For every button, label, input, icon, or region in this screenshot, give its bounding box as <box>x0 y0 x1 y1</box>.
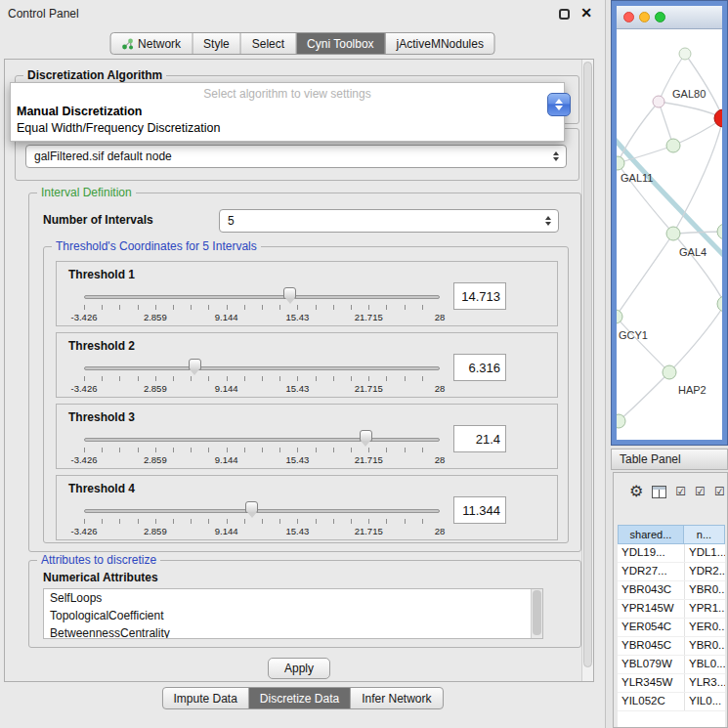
select-columns-icon[interactable]: ☑ <box>675 486 686 497</box>
slider-track[interactable] <box>84 295 440 299</box>
tick-label: 2.859 <box>144 312 167 322</box>
table-row[interactable]: YDR27...YDR2... <box>618 563 725 581</box>
scrollbar-thumb[interactable] <box>533 590 541 635</box>
table-data-combobox[interactable]: galFiltered.sif default node <box>25 145 567 168</box>
column-header[interactable]: n... <box>684 525 725 544</box>
tick-label: 28 <box>435 312 446 322</box>
threshold-1-slider[interactable]: -3.4262.8599.14415.4321.71528 <box>84 285 440 324</box>
tick-label: 9.144 <box>215 312 238 322</box>
tick-label: -3.426 <box>71 383 98 394</box>
tab-cyni-toolbox[interactable]: Cyni Toolbox <box>296 33 385 54</box>
apply-button[interactable]: Apply <box>268 658 330 679</box>
minimize-traffic-light-icon[interactable] <box>639 12 650 22</box>
table-cell: YLR345W <box>618 674 684 692</box>
combobox-arrows-icon <box>553 151 559 161</box>
table-options-icon[interactable]: ☑ <box>714 486 725 497</box>
threshold-3-value-input[interactable] <box>453 425 506 452</box>
network-node[interactable] <box>617 310 622 323</box>
list-scrollbar[interactable] <box>531 589 542 638</box>
tab-jactivemnodules[interactable]: jActiveMNodules <box>386 33 494 54</box>
network-view-window: GAL80GAL11GAL4GCY1HAP2 <box>611 0 728 446</box>
numerical-attributes-label: Numerical Attributes <box>43 571 158 584</box>
table-row[interactable]: YER054CYER0... <box>618 619 725 637</box>
slider-scale: -3.4262.8599.14415.4321.71528 <box>84 312 440 323</box>
network-node[interactable] <box>714 109 722 127</box>
slider-track[interactable] <box>84 366 440 370</box>
tick-label: 21.715 <box>355 383 383 394</box>
network-node[interactable] <box>663 365 676 379</box>
network-node[interactable] <box>717 224 722 239</box>
attribute-list-item[interactable]: TopologicalCoefficient <box>44 607 542 624</box>
columns-icon[interactable] <box>652 486 666 498</box>
numerical-attributes-list[interactable]: SelfLoopsTopologicalCoefficientBetweenne… <box>43 588 543 639</box>
network-node[interactable] <box>717 296 722 312</box>
algorithm-placeholder: Select algorithm to view settings <box>11 83 564 104</box>
thresholds-group: Threshold's Coordinates for 5 Intervals … <box>43 246 569 543</box>
close-traffic-light-icon[interactable] <box>623 12 634 22</box>
float-window-icon[interactable] <box>559 9 570 20</box>
dropdown-option-equal-width-frequency[interactable]: Equal Width/Frequency Discretization <box>11 120 564 137</box>
zoom-traffic-light-icon[interactable] <box>655 12 665 22</box>
table-cell: YER054C <box>618 619 684 636</box>
tab-label: Impute Data <box>173 692 236 706</box>
threshold-4-slider[interactable]: -3.4262.8599.14415.4321.71528 <box>84 499 440 538</box>
table-cell: YBR0... <box>684 581 725 599</box>
network-canvas[interactable]: GAL80GAL11GAL4GCY1HAP2 <box>617 29 722 440</box>
tab-label: Style <box>203 37 230 51</box>
slider-thumb[interactable] <box>189 359 201 370</box>
attribute-list-item[interactable]: BetweennessCentrality <box>44 624 542 639</box>
threshold-2-box: Threshold 2 -3.4262.8599.14415.4321.7152… <box>56 332 558 398</box>
table-cell: YBL0... <box>684 656 725 673</box>
close-icon[interactable]: ✕ <box>580 5 592 21</box>
select-rows-icon[interactable]: ☑ <box>695 486 706 497</box>
table-row[interactable]: YLR345WYLR3... <box>618 674 725 693</box>
table-row[interactable]: YIL052CYIL0... <box>618 693 725 711</box>
table-row[interactable]: YPR145WYPR1... <box>618 600 725 619</box>
scrollbar-thumb[interactable] <box>583 62 592 667</box>
network-svg: GAL80GAL11GAL4GCY1HAP2 <box>617 29 722 440</box>
cyni-panel-body: Discretization Algorithm Table Data galF… <box>4 59 594 682</box>
threshold-3-slider[interactable]: -3.4262.8599.14415.4321.71528 <box>84 428 440 467</box>
tick-label: -3.426 <box>71 454 98 465</box>
threshold-4-value-input[interactable] <box>453 496 506 524</box>
slider-thumb[interactable] <box>245 501 258 513</box>
slider-thumb[interactable] <box>360 430 372 442</box>
table-row[interactable]: YBR045CYBR0... <box>618 637 725 656</box>
attribute-list-item[interactable]: SelfLoops <box>44 589 542 607</box>
tick-label: 28 <box>435 526 446 536</box>
table-row[interactable]: YBL079WYBL0... <box>618 656 725 674</box>
network-node[interactable] <box>666 227 680 240</box>
table-row[interactable]: YBR043CYBR0... <box>618 581 725 600</box>
network-window-titlebar[interactable] <box>617 6 722 29</box>
threshold-2-slider[interactable]: -3.4262.8599.14415.4321.71528 <box>84 357 440 396</box>
dropdown-option-manual-discretization[interactable]: Manual Discretization <box>11 104 564 120</box>
slider-track[interactable] <box>84 509 440 513</box>
table-row[interactable]: YDL19...YDL1... <box>618 544 725 563</box>
slider-track[interactable] <box>84 438 440 442</box>
combobox-value: 5 <box>228 214 235 228</box>
network-node[interactable] <box>653 96 664 107</box>
panel-scrollbar[interactable] <box>581 60 593 681</box>
network-node[interactable] <box>617 414 625 428</box>
network-node[interactable] <box>666 139 680 152</box>
table-cell: YDL19... <box>618 544 684 562</box>
table-cell: YPR1... <box>684 600 725 618</box>
tab-infer-network[interactable]: Infer Network <box>351 688 442 708</box>
tab-style[interactable]: Style <box>193 33 241 54</box>
slider-thumb[interactable] <box>283 287 296 299</box>
tab-network[interactable]: Network <box>110 33 193 54</box>
tick-label: 9.144 <box>215 383 238 394</box>
column-header[interactable]: shared... <box>618 525 684 544</box>
number-of-intervals-combobox[interactable]: 5 <box>219 209 559 233</box>
tab-discretize-data[interactable]: Discretize Data <box>249 688 351 708</box>
combobox-stepper-icon[interactable] <box>547 93 571 116</box>
window-title: Control Panel <box>8 7 79 21</box>
threshold-1-value-input[interactable] <box>453 282 506 310</box>
gear-icon[interactable]: ⚙ <box>629 484 643 499</box>
network-node[interactable] <box>679 48 691 60</box>
tab-select[interactable]: Select <box>241 33 296 54</box>
threshold-2-value-input[interactable] <box>453 354 506 381</box>
network-node[interactable] <box>617 156 624 170</box>
threshold-3-box: Threshold 3 -3.4262.8599.14415.4321.7152… <box>56 404 558 469</box>
tab-impute-data[interactable]: Impute Data <box>162 688 248 708</box>
